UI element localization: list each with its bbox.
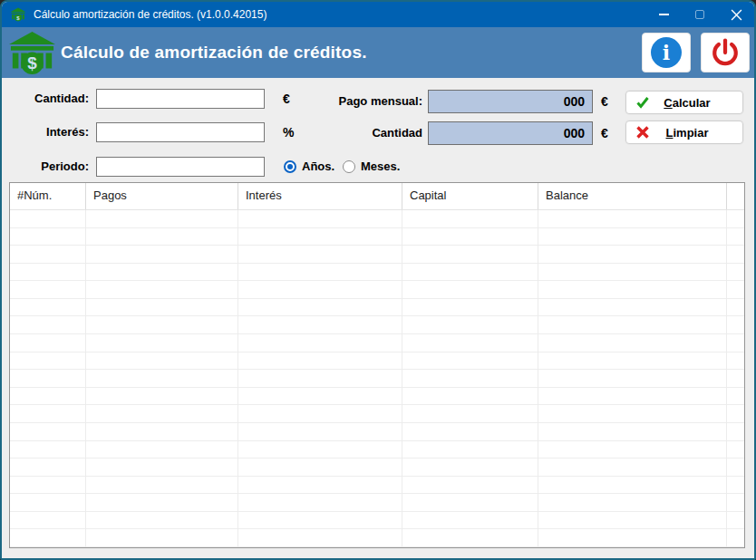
app-header: $ Cálculo de amortización de créditos. i bbox=[2, 27, 754, 78]
minimize-icon bbox=[659, 14, 669, 15]
cross-icon bbox=[635, 125, 650, 140]
table-row bbox=[10, 423, 744, 441]
column-header-5[interactable]: Balance bbox=[538, 183, 727, 209]
table-row bbox=[10, 264, 744, 282]
page-title: Cálculo de amortización de créditos. bbox=[61, 43, 367, 63]
power-icon bbox=[710, 37, 741, 68]
radio-anos[interactable] bbox=[284, 160, 296, 177]
maximize-icon bbox=[695, 10, 704, 19]
radio-anos-control[interactable] bbox=[284, 160, 296, 173]
table-row bbox=[10, 405, 744, 423]
column-gridline bbox=[538, 210, 538, 547]
pago-mensual-label: Pago mensual: bbox=[301, 90, 422, 113]
close-button[interactable] bbox=[718, 2, 754, 27]
euro-symbol-pago: € bbox=[601, 90, 608, 113]
table-row bbox=[10, 334, 744, 352]
info-button[interactable]: i bbox=[642, 33, 691, 72]
radio-anos-label[interactable]: Años. bbox=[302, 157, 334, 177]
column-header-filler bbox=[727, 183, 744, 209]
table-row bbox=[10, 316, 744, 334]
euro-symbol-total: € bbox=[601, 121, 608, 145]
cantidad-total-output[interactable]: 000 bbox=[428, 121, 593, 145]
header-actions: i bbox=[642, 33, 750, 72]
column-header-2[interactable]: Pagos bbox=[86, 183, 238, 209]
column-gridline bbox=[237, 210, 238, 547]
table-row bbox=[10, 299, 744, 317]
cantidad-label: Cantidad: bbox=[9, 89, 89, 109]
table-row bbox=[10, 352, 744, 371]
table-row bbox=[10, 459, 744, 477]
info-icon: i bbox=[651, 37, 682, 68]
periodo-input[interactable] bbox=[96, 157, 265, 177]
app-window: $ Cálculo amortización de créditos. (v1.… bbox=[0, 0, 756, 560]
column-header-1[interactable]: #Núm. bbox=[10, 183, 86, 209]
table-row bbox=[10, 494, 744, 512]
table-row bbox=[10, 512, 744, 530]
periodo-label: Periodo: bbox=[9, 157, 89, 177]
table-row bbox=[10, 529, 744, 547]
column-gridline bbox=[85, 210, 86, 547]
exit-button[interactable] bbox=[701, 33, 750, 72]
maximize-button[interactable] bbox=[682, 2, 718, 27]
window-title: Cálculo amortización de créditos. (v1.0.… bbox=[34, 8, 267, 21]
cantidad-total-label: Cantidad bbox=[301, 121, 422, 145]
interes-label: Interés: bbox=[9, 122, 89, 142]
calcular-button[interactable]: Calcular bbox=[625, 91, 743, 114]
table-row bbox=[10, 370, 744, 388]
svg-text:$: $ bbox=[27, 53, 37, 72]
minimize-button[interactable] bbox=[645, 2, 682, 27]
title-bar: $ Cálculo amortización de créditos. (v1.… bbox=[2, 2, 754, 27]
table-row bbox=[10, 246, 744, 264]
radio-meses-control[interactable] bbox=[343, 160, 355, 173]
table-body bbox=[10, 210, 744, 547]
limpiar-button[interactable]: Limpiar bbox=[625, 121, 743, 144]
app-icon: $ bbox=[11, 7, 25, 22]
close-icon bbox=[731, 9, 742, 21]
column-gridline bbox=[726, 210, 727, 547]
table-row bbox=[10, 228, 744, 246]
calcular-label: Calcular bbox=[650, 96, 724, 110]
limpiar-label: Limpiar bbox=[650, 126, 724, 140]
column-header-4[interactable]: Capital bbox=[402, 183, 538, 209]
percent-symbol: % bbox=[283, 122, 294, 142]
table-row bbox=[10, 441, 744, 459]
radio-meses-label[interactable]: Meses. bbox=[361, 157, 400, 177]
euro-symbol-cantidad: € bbox=[283, 89, 290, 109]
table-row bbox=[10, 388, 744, 406]
cantidad-input[interactable] bbox=[96, 89, 265, 109]
table-row bbox=[10, 477, 744, 495]
interes-input[interactable] bbox=[96, 122, 265, 142]
column-header-3[interactable]: Interés bbox=[238, 183, 402, 209]
radio-meses[interactable] bbox=[343, 160, 355, 177]
table-row bbox=[10, 210, 744, 228]
column-gridline bbox=[402, 210, 402, 547]
pago-mensual-output[interactable]: 000 bbox=[428, 90, 593, 113]
check-icon bbox=[635, 95, 650, 110]
bank-icon: $ bbox=[9, 31, 55, 75]
table-header: #Núm.PagosInterésCapitalBalance bbox=[10, 183, 744, 210]
table-row bbox=[10, 281, 744, 299]
amortization-table: #Núm.PagosInterésCapitalBalance bbox=[9, 182, 745, 548]
